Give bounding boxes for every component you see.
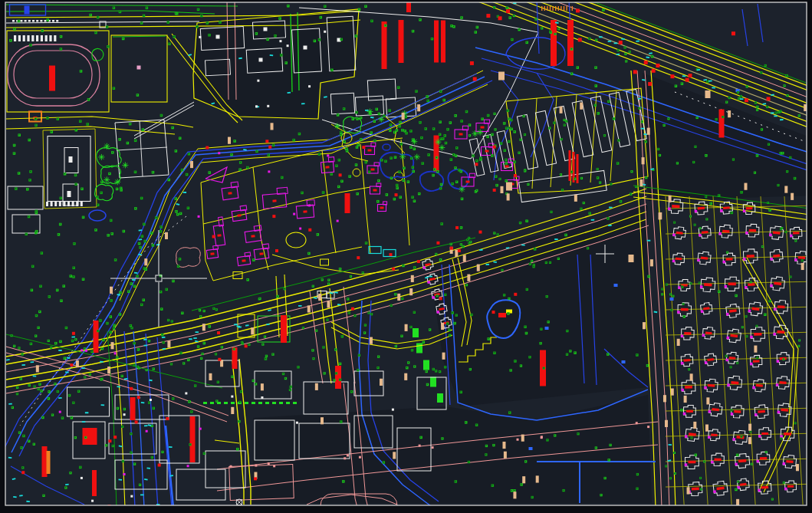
marker-dash <box>31 361 35 363</box>
marker-square <box>81 477 83 479</box>
site-plan-drawing[interactable] <box>0 0 812 513</box>
tree-core <box>495 176 496 176</box>
tree-core <box>767 107 768 107</box>
post-marker <box>501 186 504 193</box>
tree-core <box>775 112 776 113</box>
tree-core <box>321 279 322 280</box>
tree-core <box>419 193 419 194</box>
tree-core <box>144 241 145 242</box>
tree-core <box>411 157 412 158</box>
marker-square <box>458 249 461 252</box>
marker-square <box>578 38 582 41</box>
marker-dash <box>554 238 558 240</box>
tree-core <box>531 497 532 498</box>
post-marker <box>202 324 205 330</box>
house-magenta-dot <box>743 209 746 212</box>
red-bars <box>232 347 238 369</box>
tree-core <box>113 324 114 325</box>
marker-dash <box>608 225 612 226</box>
island-red <box>498 313 506 317</box>
museum-sqs <box>67 191 71 197</box>
cad-viewport[interactable] <box>0 0 812 513</box>
tree-core <box>404 130 405 131</box>
tree-core <box>494 113 495 114</box>
post-marker <box>441 323 444 330</box>
tree-core <box>149 402 150 403</box>
post-marker <box>754 346 757 353</box>
house-red-bar <box>753 360 760 362</box>
tree-core <box>390 305 391 306</box>
tree-core <box>21 447 21 448</box>
tree-core <box>693 162 694 163</box>
tree-core <box>20 378 21 379</box>
marker-dash <box>33 376 37 377</box>
tree-core <box>666 465 666 466</box>
tree-core <box>794 423 795 423</box>
tree-core <box>73 267 74 268</box>
house-magenta-dot <box>769 233 772 236</box>
tree-core <box>232 376 232 377</box>
tree-core <box>677 163 678 163</box>
marker-square <box>685 78 689 82</box>
house-magenta-dot <box>718 232 722 235</box>
marker-dash <box>193 337 197 339</box>
fence-ticks <box>12 20 15 22</box>
tree-core <box>674 222 675 222</box>
tree-core <box>18 21 19 21</box>
post-marker <box>455 250 458 257</box>
marker-dash <box>608 41 612 42</box>
tree-core <box>603 9 603 10</box>
tree-core <box>360 117 361 118</box>
tree-core <box>277 296 278 297</box>
tree-core <box>436 157 437 158</box>
tree-core <box>445 143 446 143</box>
tree-core <box>420 437 421 438</box>
tree-core <box>255 383 256 384</box>
house-magenta-dot <box>681 362 684 365</box>
tree-core <box>504 150 505 150</box>
tree-core <box>262 344 263 344</box>
tree-core <box>662 288 662 289</box>
tree-core <box>564 124 564 125</box>
green-dash-row <box>245 402 248 404</box>
marker-dash <box>21 364 25 366</box>
bush-rects <box>413 328 419 337</box>
tree-core <box>574 352 575 353</box>
house-magenta-dot <box>748 309 751 312</box>
marker-square <box>439 297 442 300</box>
tree-core <box>64 173 65 174</box>
tree-core <box>722 117 723 117</box>
tree-core <box>34 386 35 386</box>
tree-core <box>119 139 120 140</box>
tree-core <box>461 227 462 228</box>
building-red-mark <box>485 150 489 153</box>
tree-core <box>162 334 163 335</box>
tree-core <box>83 278 84 279</box>
house-red-bar <box>688 461 695 464</box>
post-marker <box>442 353 445 360</box>
tree-core <box>508 141 509 142</box>
tree-core <box>508 118 509 119</box>
tree-core <box>471 314 472 315</box>
blue-squares <box>529 447 533 450</box>
tree-core <box>21 354 22 354</box>
house-red-bar <box>681 308 689 311</box>
tree-core <box>357 146 357 147</box>
tree-core <box>122 426 123 427</box>
fence-ticks <box>25 20 27 22</box>
tree-core <box>587 248 588 248</box>
tree-core <box>52 414 53 415</box>
tree-core <box>508 313 508 314</box>
tree-core <box>439 121 440 122</box>
house-magenta-dot <box>758 489 761 492</box>
tree-core <box>625 54 626 54</box>
marker-dash <box>682 75 686 77</box>
marker-square <box>390 253 393 256</box>
house-magenta-dot <box>773 333 776 336</box>
tree-core <box>43 495 44 496</box>
tree-core <box>589 212 590 213</box>
tree-core <box>786 75 787 76</box>
house-red-bar <box>698 207 705 210</box>
tree-core <box>795 240 796 241</box>
tree-core <box>426 96 427 97</box>
